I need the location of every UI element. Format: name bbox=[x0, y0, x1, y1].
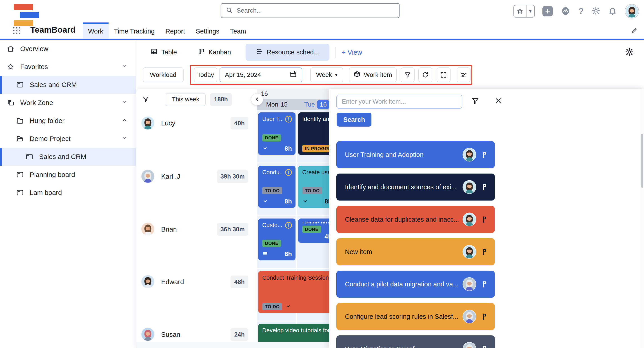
flag-icon[interactable] bbox=[481, 248, 489, 256]
page-scrollbar-thumb[interactable] bbox=[641, 134, 643, 188]
chevron-down-icon[interactable] bbox=[285, 303, 291, 310]
panel-search-button[interactable]: Search bbox=[337, 113, 372, 127]
flag-icon[interactable] bbox=[481, 345, 489, 348]
refresh-button[interactable] bbox=[418, 68, 432, 82]
add-view-button[interactable]: + View bbox=[342, 44, 362, 61]
sidebar-item-sales-and-crm[interactable]: Sales and CRM bbox=[0, 148, 136, 166]
work-item-card[interactable]: Identify and document sources of exi... bbox=[336, 174, 495, 201]
tab-kanban[interactable]: Kanban bbox=[195, 44, 234, 61]
nav-tab-time-tracking[interactable]: Time Tracking bbox=[108, 23, 160, 39]
chevron-down-icon[interactable] bbox=[262, 198, 268, 205]
assignee-avatar bbox=[462, 277, 476, 291]
work-item-card[interactable]: Conduct a pilot data migration and va... bbox=[336, 271, 495, 298]
sidebar-item-overview[interactable]: Overview bbox=[0, 40, 136, 58]
schedule-card[interactable]: User T...!DONE8h bbox=[258, 112, 296, 155]
display-settings-button[interactable] bbox=[456, 68, 470, 82]
app-nav: TeamBoard WorkTime TrackingReportSetting… bbox=[0, 23, 644, 39]
chevron-down-icon[interactable] bbox=[302, 198, 308, 205]
work-item-card[interactable]: New item bbox=[336, 238, 495, 265]
menu-icon[interactable] bbox=[262, 251, 268, 257]
sidebar-item-planning-board[interactable]: Planning board bbox=[0, 166, 136, 184]
create-button[interactable] bbox=[542, 6, 553, 17]
chevron-down-icon[interactable] bbox=[121, 63, 128, 71]
range-value: Week bbox=[316, 71, 332, 79]
nav-tabs: WorkTime TrackingReportSettingsTeam bbox=[83, 23, 252, 39]
chevron-down-icon[interactable] bbox=[262, 145, 268, 152]
work-item-button[interactable]: Work item bbox=[349, 68, 396, 82]
assignee-avatar bbox=[462, 180, 476, 194]
folders-icon bbox=[7, 99, 14, 107]
resource-name: Edward bbox=[161, 275, 230, 289]
work-item-card[interactable]: User Training and Adoption bbox=[336, 141, 495, 168]
resource-name: Lucy bbox=[161, 116, 230, 130]
date-field[interactable]: Apr 15, 2024 bbox=[220, 68, 302, 82]
sidebar-item-favorites[interactable]: Favorites bbox=[0, 58, 136, 76]
range-dropdown[interactable]: Week ▾ bbox=[310, 68, 343, 82]
workload-button[interactable]: Workload bbox=[143, 68, 184, 82]
resource-row[interactable]: Karl .J39h 30m bbox=[136, 163, 257, 216]
favorite-split-button[interactable]: ▾ bbox=[514, 5, 535, 18]
flag-icon[interactable] bbox=[481, 280, 489, 288]
help-icon[interactable]: ? bbox=[578, 6, 584, 17]
nav-tab-team[interactable]: Team bbox=[225, 23, 252, 39]
resource-hours-badge: 48h bbox=[230, 276, 248, 288]
chevron-down-icon[interactable] bbox=[121, 99, 128, 107]
collapse-panel-button[interactable] bbox=[251, 93, 263, 105]
page-scrollbar bbox=[640, 89, 644, 348]
schedule-card[interactable]: Custo...!DONE8h bbox=[258, 218, 296, 260]
resource-row[interactable]: Lucy40h bbox=[136, 110, 257, 163]
resource-row[interactable]: Brian36h 30m bbox=[136, 216, 257, 269]
sidebar-item-label: Sales and CRM bbox=[30, 81, 136, 89]
panel-close-icon[interactable] bbox=[494, 97, 502, 105]
settings-gear-icon[interactable] bbox=[592, 6, 600, 16]
app-switcher-icon[interactable] bbox=[560, 6, 571, 17]
sidebar-item-work-zone[interactable]: Work Zone bbox=[0, 94, 136, 112]
panel-filter-icon[interactable] bbox=[471, 97, 479, 106]
view-settings-gear-icon[interactable] bbox=[625, 48, 634, 57]
status-badge: DONE bbox=[302, 226, 321, 233]
sidebar-item-sales-and-crm[interactable]: Sales and CRM bbox=[0, 76, 136, 94]
work-item-card[interactable]: Configure lead scoring rules in Salesf..… bbox=[336, 303, 495, 330]
flag-icon[interactable] bbox=[481, 151, 489, 158]
resource-hours-badge: 24h bbox=[230, 328, 248, 341]
flag-icon[interactable] bbox=[481, 216, 489, 223]
sidebar-item-demo-project[interactable]: Demo Project bbox=[0, 130, 136, 148]
search-input[interactable] bbox=[236, 7, 394, 15]
sidebar-item-label: Favorites bbox=[20, 63, 121, 71]
assignee-avatar bbox=[462, 342, 476, 348]
chevron-down-icon[interactable] bbox=[121, 135, 128, 143]
flag-icon[interactable] bbox=[481, 183, 489, 191]
notifications-bell-icon[interactable] bbox=[608, 6, 617, 16]
chevron-up-icon[interactable] bbox=[121, 117, 128, 125]
resource-avatar bbox=[141, 222, 155, 237]
work-item-card[interactable]: Data Migration to Salesf... bbox=[336, 335, 495, 348]
tab-table[interactable]: Table bbox=[148, 44, 180, 61]
flag-icon[interactable] bbox=[481, 313, 489, 320]
schedule-card[interactable]: Condu...!TO DO8h bbox=[258, 166, 296, 208]
tab-resource-scheduling[interactable]: Resource sched... bbox=[246, 44, 330, 61]
app-grid-icon[interactable] bbox=[12, 26, 22, 37]
nav-tab-settings[interactable]: Settings bbox=[190, 23, 225, 39]
card-hours: 8h bbox=[284, 198, 292, 205]
resource-row[interactable]: Edward48h bbox=[136, 269, 257, 321]
nav-tab-work[interactable]: Work bbox=[83, 23, 108, 39]
filter-icon[interactable] bbox=[142, 96, 150, 104]
user-avatar[interactable] bbox=[625, 4, 639, 19]
sidebar-item-hung-folder[interactable]: Hung folder bbox=[0, 112, 136, 130]
this-week-button[interactable]: This week bbox=[166, 93, 206, 106]
work-item-search-input[interactable] bbox=[336, 95, 462, 109]
filter-button[interactable] bbox=[401, 68, 414, 82]
nav-tab-report[interactable]: Report bbox=[160, 23, 190, 39]
board-icon bbox=[16, 189, 24, 196]
today-button[interactable]: Today bbox=[194, 68, 217, 82]
sidebar-item-label: Lam board bbox=[30, 189, 136, 196]
card-title: Create use... bbox=[302, 169, 332, 176]
edit-pencil-icon[interactable] bbox=[630, 27, 638, 35]
folderopen-icon bbox=[16, 135, 24, 143]
assignee-avatar bbox=[462, 212, 476, 226]
sidebar-item-lam-board[interactable]: Lam board bbox=[0, 184, 136, 202]
fullscreen-button[interactable] bbox=[436, 68, 450, 82]
kanban-icon bbox=[198, 48, 205, 57]
logo-bar-red bbox=[14, 4, 33, 10]
work-item-card[interactable]: Cleanse data for duplicates and inacc... bbox=[336, 206, 495, 233]
